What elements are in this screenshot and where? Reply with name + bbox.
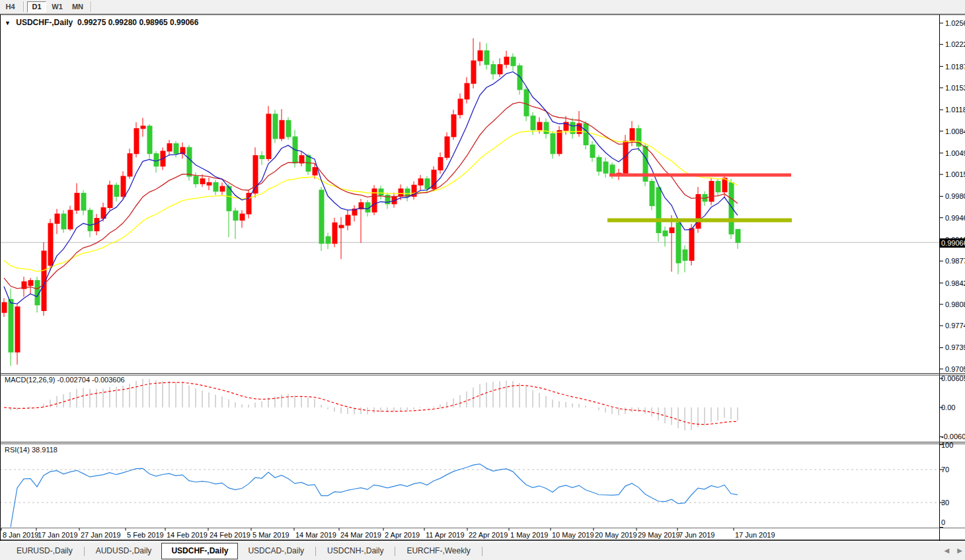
price-tick-label: 1.01870 <box>945 63 965 71</box>
timeframe-h4-button[interactable]: H4 <box>1 1 20 13</box>
candle <box>709 182 714 201</box>
candle <box>28 281 33 286</box>
candle <box>187 147 192 176</box>
rsi-tick-label: 100 <box>941 441 953 449</box>
date-tick-label: 2 Apr 2019 <box>385 531 420 539</box>
candle <box>313 168 317 175</box>
candle <box>478 51 482 61</box>
candle <box>399 189 403 196</box>
candle <box>722 178 727 192</box>
date-tick-label: 8 Jan 2019 <box>3 531 38 539</box>
price-tick-label: 0.99800 <box>945 192 965 200</box>
candle <box>379 189 383 195</box>
price-tick-label: 0.98420 <box>945 279 965 287</box>
candle <box>48 223 53 265</box>
date-tick-label: 27 Jan 2019 <box>81 531 121 539</box>
rsi-tick-label: 0 <box>941 518 945 526</box>
timeframe-mn-button[interactable]: MN <box>68 1 87 13</box>
tab-scroll-left-icon[interactable]: ◀ <box>945 546 950 555</box>
candle <box>584 123 588 145</box>
candle <box>2 302 7 312</box>
tab-audusd-daily[interactable]: AUDUSD-,Daily <box>86 543 162 559</box>
mt4-window: 1.025601.022201.018701.015301.011801.008… <box>0 0 965 560</box>
price-tick-label: 1.00840 <box>945 127 965 135</box>
candle <box>200 179 205 184</box>
triangle-down-icon[interactable]: ▼ <box>5 20 11 26</box>
candle <box>716 182 720 192</box>
date-tick-label: 14 Mar 2019 <box>295 531 336 539</box>
candle <box>418 179 423 186</box>
candle <box>438 157 443 170</box>
candle <box>597 157 601 171</box>
macd-tick-label: -0.006096 <box>941 433 965 440</box>
candle <box>524 90 529 116</box>
price-tick-label: 0.97050 <box>945 365 965 373</box>
rsi-label: RSI(14) <box>5 446 30 454</box>
candle <box>689 228 694 260</box>
timeframe-d1-button[interactable]: D1 <box>27 1 46 13</box>
price-tick-label: 1.00490 <box>945 149 965 157</box>
candle <box>484 51 489 65</box>
price-tick-label: 1.01530 <box>945 84 965 92</box>
price-tick-label: 1.02220 <box>945 40 965 48</box>
chart-canvas[interactable]: 1.025601.022201.018701.015301.011801.008… <box>0 0 965 560</box>
candle <box>240 214 245 221</box>
date-tick-label: 10 May 2019 <box>552 531 594 539</box>
date-tick-label: 5 Feb 2019 <box>127 531 164 539</box>
macd-label: MACD(12,26,9) <box>5 376 55 384</box>
price-tick-label: 0.98080 <box>945 300 965 308</box>
tab-eurchf-weekly[interactable]: EURCHF-,Weekly <box>397 543 480 559</box>
candle <box>121 176 126 196</box>
candle <box>670 228 674 233</box>
candle <box>247 193 251 214</box>
candle <box>603 162 608 173</box>
candle <box>167 144 172 151</box>
date-tick-label: 24 Mar 2019 <box>340 531 381 539</box>
chart-title: ▼ USDCHF-,Daily 0.99275 0.99280 0.98965 … <box>5 18 198 27</box>
rsi-tick-label: 30 <box>941 499 949 507</box>
candle <box>213 182 218 191</box>
candle <box>81 193 86 211</box>
candle <box>9 299 13 352</box>
price-tick-label: 0.99460 <box>945 214 965 222</box>
candle <box>273 114 278 139</box>
tab-usdcad-daily[interactable]: USDCAD-,Daily <box>238 543 314 559</box>
candle <box>280 120 284 139</box>
macd-tick-label: 0.00 <box>941 403 955 411</box>
chart-background <box>0 15 965 541</box>
tab-separator <box>482 547 482 556</box>
chart-tab-bar: EURUSD-,Daily AUDUSD-,Daily USDCHF-,Dail… <box>0 542 965 560</box>
candle <box>551 133 555 153</box>
candle <box>504 57 509 64</box>
toolbar-separator <box>23 1 24 12</box>
candle <box>498 65 502 74</box>
tab-scroll-right-icon[interactable]: ▶ <box>957 546 962 555</box>
candle <box>207 182 212 185</box>
candle <box>696 195 701 228</box>
macd-tick-label: 0.006058 <box>941 374 965 382</box>
candle <box>650 182 654 206</box>
candle <box>683 250 687 260</box>
price-tick-label: 1.00150 <box>945 170 965 178</box>
candle <box>425 179 430 189</box>
current-price-tag: 0.99066 <box>940 238 965 248</box>
candle <box>108 185 112 207</box>
tab-usdcnh-daily[interactable]: USDCNH-,Daily <box>317 543 393 559</box>
date-tick-label: 24 Feb 2019 <box>210 531 251 539</box>
candle <box>220 186 225 192</box>
tab-usdchf-daily[interactable]: USDCHF-,Daily <box>161 543 238 559</box>
candle <box>590 145 595 157</box>
toolbar-separator <box>91 1 91 12</box>
date-tick-label: 22 Apr 2019 <box>469 531 508 539</box>
tab-eurusd-daily[interactable]: EURUSD-,Daily <box>7 543 83 559</box>
rsi-tick-label: 70 <box>941 466 949 473</box>
timeframe-w1-button[interactable]: W1 <box>48 1 67 13</box>
candle <box>95 219 99 231</box>
candle <box>55 214 59 223</box>
candle <box>147 126 152 154</box>
candle <box>663 231 668 236</box>
candle <box>445 137 449 157</box>
candle <box>511 57 516 65</box>
candle <box>518 66 522 90</box>
candle <box>332 223 337 243</box>
